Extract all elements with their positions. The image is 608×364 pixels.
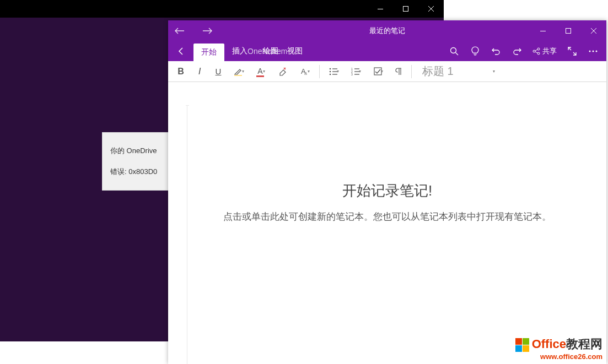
clear-format-button[interactable] — [272, 63, 294, 80]
todo-tag-button[interactable]: ▾ — [367, 63, 389, 80]
svg-rect-18 — [234, 75, 242, 76]
paragraph-icon — [395, 67, 402, 76]
share-label: 共享 — [542, 46, 557, 56]
more-icon[interactable] — [584, 42, 602, 60]
svg-line-13 — [535, 50, 537, 51]
undo-button[interactable] — [487, 42, 505, 60]
empty-state: 开始记录笔记! 点击或单击此处可创建新的笔记本。您也可以从笔记本列表中打开现有笔… — [196, 181, 579, 224]
format-toolbar: B I U ▾ A ▾ Aa ▾ ▾ 123 ▾ ▾ — [168, 61, 606, 82]
svg-point-21 — [330, 68, 331, 69]
tab-home[interactable]: 开始 — [193, 44, 224, 61]
search-icon[interactable] — [445, 42, 463, 60]
redo-button[interactable] — [508, 42, 526, 60]
bg-close-button[interactable] — [418, 0, 444, 18]
bullet-list-button[interactable]: ▾ — [323, 63, 345, 80]
share-button[interactable]: 共享 — [529, 46, 560, 56]
style-placeholder: 标题 1 — [422, 64, 454, 79]
svg-text:a: a — [304, 70, 307, 76]
maximize-button[interactable] — [556, 20, 581, 41]
onenote-window: 最近的笔记 开始 插入OneNote绘图Gem视图 — [168, 20, 606, 364]
svg-line-14 — [535, 52, 537, 53]
empty-state-title: 开始记录笔记! — [196, 181, 579, 200]
svg-point-25 — [330, 73, 331, 75]
svg-text:3: 3 — [351, 73, 353, 75]
nav-forward-button[interactable] — [200, 25, 214, 36]
bg-minimize-button[interactable] — [368, 0, 393, 18]
svg-point-15 — [589, 51, 591, 52]
onenote-titlebar: 最近的笔记 — [168, 20, 606, 41]
format-painter-button[interactable]: Aa ▾ — [294, 63, 316, 80]
heading-style-dropdown[interactable]: 标题 1 ▾ — [417, 64, 500, 79]
svg-rect-1 — [403, 7, 408, 12]
close-button[interactable] — [581, 20, 606, 41]
svg-rect-5 — [566, 29, 571, 34]
bold-button[interactable]: B — [171, 63, 190, 80]
svg-point-11 — [537, 48, 540, 50]
svg-line-9 — [456, 53, 459, 56]
italic-button[interactable]: I — [190, 63, 209, 80]
font-color-button[interactable]: A ▾ — [250, 63, 272, 80]
svg-point-8 — [451, 48, 456, 53]
window-title: 最近的笔记 — [369, 26, 405, 36]
bg-maximize-button[interactable] — [393, 0, 418, 18]
office-logo-icon — [515, 338, 530, 352]
svg-point-16 — [593, 51, 594, 52]
ribbon-back-button[interactable] — [168, 41, 193, 61]
svg-point-17 — [596, 51, 598, 52]
svg-point-10 — [533, 50, 535, 52]
page-edge-marker — [187, 105, 189, 364]
note-canvas[interactable]: 开始记录笔记! 点击或单击此处可创建新的笔记本。您也可以从笔记本列表中打开现有笔… — [168, 82, 606, 364]
svg-point-12 — [537, 52, 540, 55]
watermark-url: www.office26.com — [515, 352, 602, 361]
share-icon — [532, 47, 540, 55]
eraser-icon — [278, 67, 288, 77]
minimize-button[interactable] — [530, 20, 556, 41]
fullscreen-icon[interactable] — [563, 42, 581, 60]
nav-back-button[interactable] — [173, 25, 187, 36]
underline-button[interactable]: U — [209, 63, 228, 80]
svg-point-23 — [330, 70, 331, 72]
bg-titlebar — [0, 0, 444, 18]
ribbon-tabs: 开始 插入OneNote绘图Gem视图 共享 — [168, 41, 606, 61]
lightbulb-icon[interactable] — [466, 42, 484, 60]
empty-state-subtitle[interactable]: 点击或单击此处可创建新的笔记本。您也可以从笔记本列表中打开现有笔记本。 — [196, 209, 579, 224]
highlight-button[interactable]: ▾ — [228, 63, 250, 80]
watermark: Office教程网 www.office26.com — [515, 336, 602, 361]
paragraph-button[interactable] — [389, 63, 408, 80]
numbered-list-button[interactable]: 123 ▾ — [345, 63, 367, 80]
tab-insert[interactable]: 插入OneNote绘图Gem视图 — [224, 41, 310, 61]
